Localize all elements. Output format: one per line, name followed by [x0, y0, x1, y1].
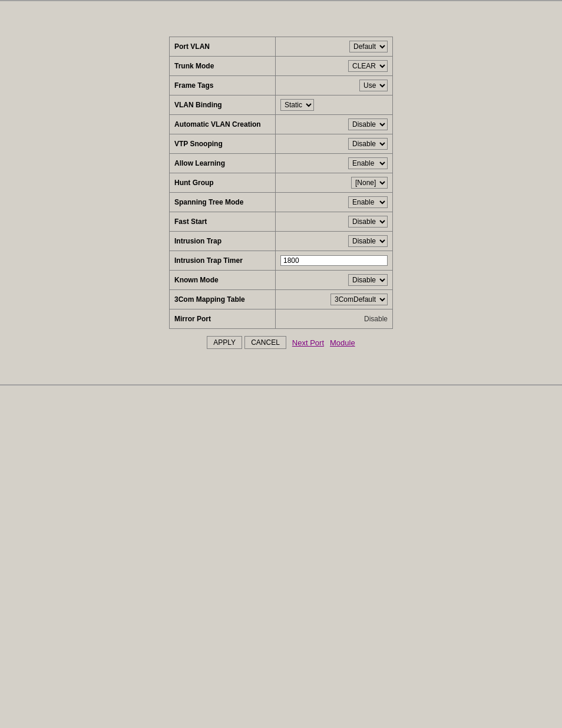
- label-allow-learning: Allow Learning: [170, 154, 276, 173]
- select-vlan-binding[interactable]: Static: [280, 99, 314, 111]
- row-fast-start: Fast Start Disable Enable: [170, 212, 392, 232]
- value-3com-mapping-table: 3ComDefault: [276, 291, 392, 308]
- value-mirror-port: Disable: [276, 312, 392, 325]
- row-known-mode: Known Mode Disable Enable: [170, 271, 392, 290]
- value-intrusion-trap: Disable Enable: [276, 233, 392, 249]
- row-3com-mapping-table: 3Com Mapping Table 3ComDefault: [170, 290, 392, 309]
- value-vtp-snooping: Disable Enable: [276, 136, 392, 152]
- value-fast-start: Disable Enable: [276, 213, 392, 230]
- cancel-button[interactable]: CANCEL: [244, 336, 286, 349]
- select-spanning-tree-mode[interactable]: Enable Disable: [348, 196, 388, 208]
- row-automatic-vlan-creation: Automatic VLAN Creation Disable Enable: [170, 115, 392, 134]
- label-spanning-tree-mode: Spanning Tree Mode: [170, 193, 276, 212]
- label-vlan-binding: VLAN Binding: [170, 95, 276, 114]
- select-3com-mapping-table[interactable]: 3ComDefault: [330, 294, 388, 305]
- row-trunk-mode: Trunk Mode CLEAR: [170, 57, 392, 76]
- apply-button[interactable]: APPLY: [207, 336, 242, 349]
- value-port-vlan: Default: [276, 38, 392, 55]
- select-intrusion-trap[interactable]: Disable Enable: [348, 235, 388, 247]
- input-intrusion-trap-timer[interactable]: [280, 255, 388, 266]
- module-link[interactable]: Module: [330, 338, 355, 347]
- label-3com-mapping-table: 3Com Mapping Table: [170, 290, 276, 309]
- select-port-vlan[interactable]: Default: [349, 41, 388, 52]
- select-trunk-mode[interactable]: CLEAR: [348, 60, 388, 72]
- select-hunt-group[interactable]: [None]: [351, 177, 388, 189]
- label-trunk-mode: Trunk Mode: [170, 57, 276, 75]
- value-spanning-tree-mode: Enable Disable: [276, 194, 392, 210]
- value-allow-learning: Enable Disable: [276, 155, 392, 172]
- row-port-vlan: Port VLAN Default: [170, 37, 392, 57]
- value-hunt-group: [None]: [276, 174, 392, 191]
- label-mirror-port: Mirror Port: [170, 309, 276, 328]
- row-mirror-port: Mirror Port Disable: [170, 309, 392, 328]
- label-known-mode: Known Mode: [170, 271, 276, 289]
- bottom-rule: [0, 384, 562, 386]
- row-intrusion-trap-timer: Intrusion Trap Timer: [170, 251, 392, 271]
- row-intrusion-trap: Intrusion Trap Disable Enable: [170, 232, 392, 251]
- label-vtp-snooping: VTP Snooping: [170, 134, 276, 153]
- button-row: APPLY CANCEL Next Port Module: [207, 336, 355, 349]
- select-fast-start[interactable]: Disable Enable: [348, 216, 388, 228]
- label-hunt-group: Hunt Group: [170, 173, 276, 192]
- label-intrusion-trap: Intrusion Trap: [170, 232, 276, 251]
- row-hunt-group: Hunt Group [None]: [170, 173, 392, 193]
- value-vlan-binding: Static: [276, 97, 392, 113]
- label-fast-start: Fast Start: [170, 212, 276, 231]
- page-wrapper: Port VLAN Default Trunk Mode CLEAR Frame…: [0, 0, 562, 728]
- select-vtp-snooping[interactable]: Disable Enable: [348, 138, 388, 150]
- row-allow-learning: Allow Learning Enable Disable: [170, 154, 392, 173]
- select-allow-learning[interactable]: Enable Disable: [348, 157, 388, 169]
- value-known-mode: Disable Enable: [276, 272, 392, 288]
- label-automatic-vlan-creation: Automatic VLAN Creation: [170, 115, 276, 134]
- label-intrusion-trap-timer: Intrusion Trap Timer: [170, 251, 276, 270]
- row-frame-tags: Frame Tags Use: [170, 76, 392, 95]
- value-trunk-mode: CLEAR: [276, 58, 392, 74]
- value-automatic-vlan-creation: Disable Enable: [276, 116, 392, 133]
- value-frame-tags: Use: [276, 77, 392, 94]
- row-spanning-tree-mode: Spanning Tree Mode Enable Disable: [170, 193, 392, 212]
- select-automatic-vlan-creation[interactable]: Disable Enable: [348, 118, 388, 130]
- label-frame-tags: Frame Tags: [170, 76, 276, 95]
- label-port-vlan: Port VLAN: [170, 37, 276, 56]
- value-intrusion-trap-timer: [276, 253, 392, 268]
- row-vlan-binding: VLAN Binding Static: [170, 95, 392, 115]
- mirror-port-value: Disable: [364, 315, 388, 323]
- top-rule: [0, 0, 562, 1]
- next-port-link[interactable]: Next Port: [292, 338, 324, 347]
- select-frame-tags[interactable]: Use: [359, 80, 388, 91]
- form-container: Port VLAN Default Trunk Mode CLEAR Frame…: [169, 37, 393, 329]
- row-vtp-snooping: VTP Snooping Disable Enable: [170, 134, 392, 154]
- select-known-mode[interactable]: Disable Enable: [348, 274, 388, 286]
